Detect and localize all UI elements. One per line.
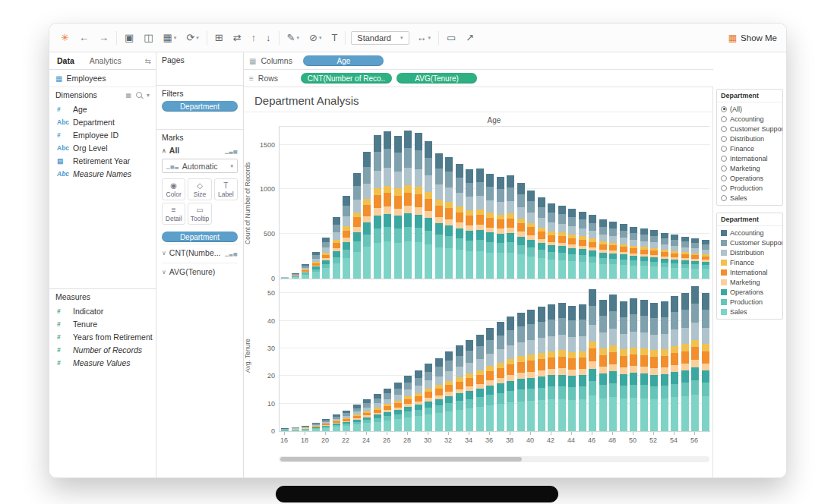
bar-segment[interactable] (497, 219, 504, 228)
bar-segment[interactable] (435, 405, 443, 413)
bar-segment[interactable] (558, 350, 566, 356)
bar-segment[interactable] (609, 228, 617, 236)
bar-segment[interactable] (640, 398, 648, 431)
bar-segment[interactable] (466, 231, 473, 241)
bar-segment[interactable] (558, 224, 566, 233)
stacked-bar[interactable] (620, 301, 627, 431)
bar-segment[interactable] (374, 195, 381, 208)
bar-segment[interactable] (476, 169, 484, 181)
bar-segment[interactable] (661, 233, 668, 238)
marks-subcard-avg[interactable]: ∨ AVG(Tenure) (162, 263, 238, 280)
bar-segment[interactable] (609, 222, 617, 228)
bar-segment[interactable] (425, 402, 432, 408)
bar-segment[interactable] (702, 351, 709, 364)
bar-segment[interactable] (363, 205, 371, 216)
bar-segment[interactable] (507, 213, 514, 219)
stacked-bar[interactable] (702, 293, 709, 431)
stacked-bar[interactable] (322, 238, 330, 279)
bar-segment[interactable] (353, 424, 361, 431)
bar-segment[interactable] (630, 398, 637, 431)
bar-segment[interactable] (384, 241, 391, 279)
bar-segment[interactable] (538, 388, 545, 400)
bar-segment[interactable] (538, 400, 545, 431)
bar-segment[interactable] (486, 366, 494, 371)
mark-type-dropdown[interactable]: ▁▅▃ Automatic ▾ (162, 159, 238, 173)
bar-segment[interactable] (425, 392, 432, 398)
bar-segment[interactable] (507, 317, 514, 330)
bar-segment[interactable] (558, 236, 566, 243)
bar-segment[interactable] (599, 244, 607, 250)
bar-segment[interactable] (425, 380, 432, 389)
bar-segment[interactable] (620, 398, 627, 431)
bar-segment[interactable] (579, 304, 586, 320)
bar-segment[interactable] (517, 356, 525, 362)
bar-segment[interactable] (384, 193, 391, 206)
bar-segment[interactable] (599, 235, 607, 241)
bar-segment[interactable] (497, 363, 504, 368)
bar-segment[interactable] (476, 240, 484, 250)
bar-segment[interactable] (476, 407, 484, 431)
bar-segment[interactable] (681, 344, 689, 351)
filter-option[interactable]: Marketing (717, 163, 782, 173)
stacked-bar[interactable] (661, 301, 668, 431)
bar-segment[interactable] (394, 419, 402, 431)
bar-segment[interactable] (415, 370, 422, 378)
bar-segment[interactable] (548, 320, 555, 336)
bar-segment[interactable] (691, 286, 699, 304)
stacked-bar[interactable] (681, 237, 689, 279)
bar-segment[interactable] (548, 203, 555, 213)
bar-segment[interactable] (374, 171, 381, 188)
bar-segment[interactable] (343, 196, 350, 206)
bar-segment[interactable] (661, 301, 668, 317)
bar-segment[interactable] (507, 201, 514, 213)
bar-segment[interactable] (609, 329, 617, 345)
bar-segment[interactable] (671, 365, 678, 372)
stacked-bar[interactable] (363, 399, 371, 431)
bar-segment[interactable] (497, 234, 504, 243)
bar-segment[interactable] (466, 241, 473, 251)
bar-segment[interactable] (661, 244, 668, 250)
stacked-bar[interactable] (445, 157, 453, 279)
bar-segment[interactable] (476, 251, 484, 279)
bar-segment[interactable] (558, 206, 566, 215)
bar-segment[interactable] (599, 258, 607, 264)
bar-segment[interactable] (568, 261, 576, 279)
bar-segment[interactable] (507, 391, 514, 402)
bar-segment[interactable] (404, 241, 412, 279)
bar-segment[interactable] (353, 200, 361, 213)
share-icon[interactable]: ↗ (463, 30, 476, 45)
marks-pill-department[interactable]: Department (162, 232, 238, 242)
dimension-field[interactable]: AbcOrg Level (49, 141, 156, 154)
bar-segment[interactable] (630, 314, 637, 332)
bar-segment[interactable] (681, 351, 689, 364)
bar-segment[interactable] (691, 340, 699, 348)
bar-segment[interactable] (466, 399, 473, 408)
bar-segment[interactable] (435, 223, 443, 235)
filter-option[interactable]: Operations (717, 173, 782, 183)
bar-segment[interactable] (589, 369, 596, 382)
stacked-bar[interactable] (681, 293, 689, 431)
bar-segment[interactable] (681, 241, 689, 247)
legend-item[interactable]: Customer Support (717, 238, 782, 247)
bar-segment[interactable] (548, 260, 555, 279)
bar-segment[interactable] (589, 289, 596, 306)
bar-segment[interactable] (702, 383, 709, 396)
bar-segment[interactable] (640, 316, 648, 332)
bar-segment[interactable] (527, 247, 535, 257)
stacked-bar[interactable] (415, 370, 422, 431)
bar-segment[interactable] (384, 227, 391, 241)
filter-option[interactable]: International (717, 153, 782, 163)
bar-segment[interactable] (404, 411, 412, 417)
bar-segment[interactable] (609, 352, 617, 364)
bar-segment[interactable] (609, 311, 617, 329)
bar-segment[interactable] (568, 358, 576, 370)
undo-icon[interactable]: ← (77, 30, 91, 45)
stacked-bar[interactable] (353, 405, 361, 431)
bar-segment[interactable] (445, 361, 453, 371)
view-as-grid-icon[interactable]: ▦ (125, 92, 131, 99)
bar-segment[interactable] (548, 304, 555, 320)
bar-segment[interactable] (620, 374, 627, 386)
bar-segment[interactable] (456, 356, 463, 367)
bar-segment[interactable] (456, 410, 463, 431)
stacked-bar[interactable] (609, 295, 617, 431)
